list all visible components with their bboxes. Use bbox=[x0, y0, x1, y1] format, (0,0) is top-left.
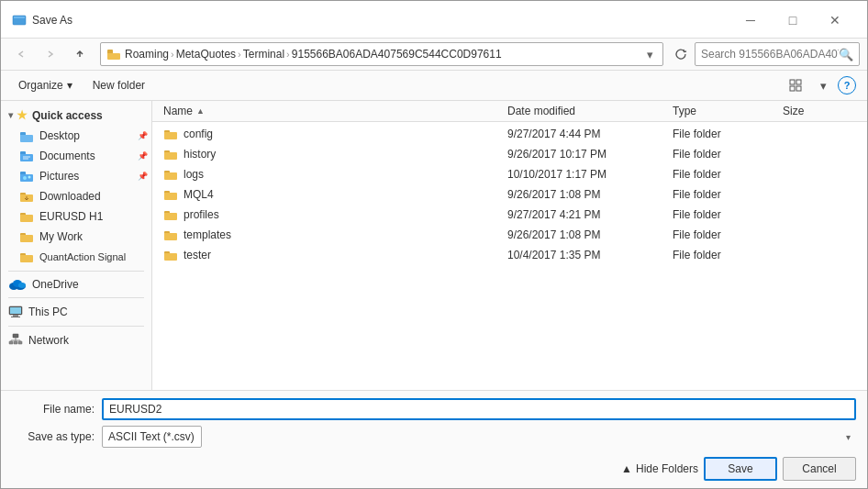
file-type: File folder bbox=[673, 168, 783, 181]
save-button[interactable]: Save bbox=[704, 457, 777, 481]
sep3: › bbox=[286, 49, 290, 60]
network-icon bbox=[8, 333, 23, 348]
desktop-label: Desktop bbox=[39, 129, 80, 142]
filename-label: File name: bbox=[12, 403, 95, 416]
file-date: 9/27/2017 4:21 PM bbox=[507, 208, 673, 221]
sidebar-item-downloaded[interactable]: Downloaded bbox=[1, 186, 151, 206]
sidebar-item-onedrive[interactable]: OneDrive bbox=[1, 275, 151, 294]
savetype-select[interactable]: ASCII Text (*.csv)CSV (*.csv)All Files (… bbox=[102, 426, 202, 448]
onedrive-icon bbox=[8, 278, 27, 291]
breadcrumb[interactable]: Roaming › MetaQuotes › Terminal › 915566… bbox=[125, 48, 639, 61]
mywork-folder-icon bbox=[19, 229, 34, 244]
breadcrumb-metaquotes: MetaQuotes bbox=[176, 48, 236, 61]
filename-input[interactable] bbox=[102, 398, 856, 420]
svg-rect-23 bbox=[20, 255, 33, 262]
folder-icon bbox=[163, 207, 178, 222]
file-name: MQL4 bbox=[184, 188, 214, 201]
col-type[interactable]: Type bbox=[673, 105, 783, 117]
documents-label: Documents bbox=[39, 150, 95, 162]
sidebar-item-eurusd[interactable]: EURUSD H1 bbox=[1, 206, 151, 227]
view-toggle-button[interactable] bbox=[783, 74, 808, 96]
folder-icon bbox=[163, 187, 178, 202]
file-type: File folder bbox=[673, 188, 783, 201]
sidebar-item-pictures[interactable]: Pictures 📌 bbox=[1, 166, 151, 186]
quick-access-expand-icon: ▾ bbox=[8, 110, 13, 120]
forward-button[interactable] bbox=[38, 43, 63, 65]
table-row[interactable]: tester 10/4/2017 1:35 PM File folder bbox=[152, 245, 867, 265]
quick-access-section: ▾ ★ Quick access Desktop 📌 bbox=[1, 105, 151, 267]
refresh-button[interactable] bbox=[671, 44, 691, 64]
table-row[interactable]: profiles 9/27/2017 4:21 PM File folder bbox=[152, 205, 867, 225]
close-button[interactable]: ✕ bbox=[814, 8, 856, 32]
table-row[interactable]: logs 10/10/2017 1:17 PM File folder bbox=[152, 164, 867, 184]
folder-icon bbox=[163, 147, 178, 161]
cancel-button[interactable]: Cancel bbox=[783, 457, 856, 481]
view-grid-icon bbox=[789, 79, 802, 92]
address-dropdown-button[interactable]: ▾ bbox=[642, 43, 657, 65]
back-button[interactable] bbox=[8, 43, 34, 65]
help-button[interactable]: ? bbox=[838, 76, 856, 94]
file-name-cell: templates bbox=[163, 228, 507, 242]
mywork-label: My Work bbox=[39, 230, 83, 243]
col-name[interactable]: Name ▲ bbox=[163, 105, 507, 117]
sep1: › bbox=[171, 49, 174, 60]
sidebar-item-desktop[interactable]: Desktop 📌 bbox=[1, 126, 151, 146]
folder-icon bbox=[163, 167, 178, 182]
pictures-pin-icon: 📌 bbox=[138, 172, 148, 181]
svg-rect-19 bbox=[20, 215, 33, 222]
svg-rect-4 bbox=[790, 80, 795, 84]
quantaction-label: QuantAction Signal bbox=[39, 251, 126, 262]
file-name-cell: logs bbox=[163, 167, 507, 182]
file-date: 10/4/2017 1:35 PM bbox=[507, 249, 673, 261]
organize-label: Organize bbox=[18, 79, 63, 92]
file-name: config bbox=[184, 128, 213, 140]
col-size[interactable]: Size bbox=[783, 105, 856, 117]
hide-folders-toggle[interactable]: ▲ Hide Folders bbox=[621, 462, 698, 475]
organize-button[interactable]: Organize ▾ bbox=[12, 76, 79, 94]
view-dropdown-button[interactable]: ▾ bbox=[810, 74, 836, 96]
folder-icon bbox=[163, 127, 178, 141]
file-date: 9/26/2017 10:17 PM bbox=[507, 148, 673, 161]
sidebar-item-mywork[interactable]: My Work bbox=[1, 227, 151, 247]
up-button[interactable] bbox=[67, 43, 93, 65]
table-row[interactable]: MQL4 9/26/2017 1:08 PM File folder bbox=[152, 184, 867, 205]
savetype-label: Save as type: bbox=[12, 430, 95, 443]
svg-rect-29 bbox=[10, 307, 21, 314]
table-row[interactable]: history 9/26/2017 10:17 PM File folder bbox=[152, 144, 867, 164]
table-row[interactable]: templates 9/26/2017 1:08 PM File folder bbox=[152, 225, 867, 245]
search-input[interactable] bbox=[701, 48, 839, 61]
file-name: logs bbox=[184, 168, 204, 181]
sidebar-item-thispc[interactable]: This PC bbox=[1, 302, 151, 322]
sidebar-item-network[interactable]: Network bbox=[1, 330, 151, 350]
col-date[interactable]: Date modified bbox=[507, 105, 673, 117]
file-name: tester bbox=[184, 249, 211, 261]
new-folder-button[interactable]: New folder bbox=[86, 76, 151, 94]
sidebar: ▾ ★ Quick access Desktop 📌 bbox=[1, 101, 152, 390]
file-list: config 9/27/2017 4:44 PM File folder his… bbox=[152, 122, 867, 390]
svg-point-15 bbox=[28, 176, 31, 179]
svg-rect-46 bbox=[164, 172, 177, 180]
svg-rect-35 bbox=[18, 341, 22, 344]
savetype-chevron-icon: ▾ bbox=[846, 432, 851, 442]
file-name: history bbox=[184, 148, 216, 161]
svg-rect-32 bbox=[13, 334, 18, 338]
location-icon bbox=[106, 47, 121, 61]
eurusd-folder-icon bbox=[19, 209, 34, 224]
search-icon: 🔍 bbox=[839, 48, 853, 61]
desktop-pin-icon: 📌 bbox=[138, 131, 148, 140]
svg-rect-42 bbox=[164, 132, 177, 139]
action-bar: Organize ▾ New folder ▾ ? bbox=[1, 71, 867, 101]
svg-rect-5 bbox=[796, 80, 801, 84]
svg-point-27 bbox=[18, 283, 26, 288]
file-type: File folder bbox=[673, 228, 783, 241]
sidebar-item-quantaction[interactable]: QuantAction Signal bbox=[1, 247, 151, 267]
file-type: File folder bbox=[673, 208, 783, 221]
hide-folders-label: Hide Folders bbox=[636, 462, 698, 475]
minimize-button[interactable]: ─ bbox=[729, 8, 772, 32]
sidebar-divider-2 bbox=[8, 297, 144, 298]
quick-access-header[interactable]: ▾ ★ Quick access bbox=[1, 105, 151, 126]
documents-icon bbox=[19, 149, 34, 163]
table-row[interactable]: config 9/27/2017 4:44 PM File folder bbox=[152, 124, 867, 144]
sidebar-item-documents[interactable]: Documents 📌 bbox=[1, 146, 151, 166]
maximize-button[interactable]: □ bbox=[772, 8, 814, 32]
